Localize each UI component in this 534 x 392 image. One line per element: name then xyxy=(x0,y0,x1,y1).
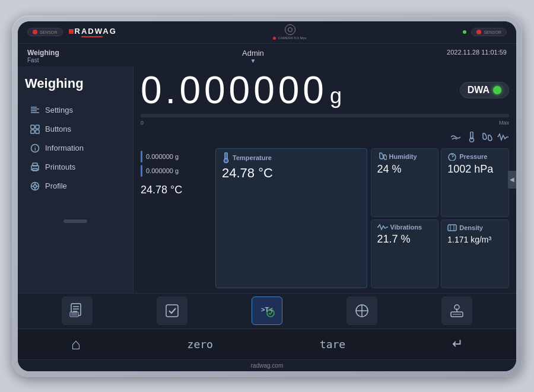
scale-bar xyxy=(141,114,509,117)
density-panel: Density 1.171 kg/m³ xyxy=(441,219,509,288)
left-sensor-badge: SENSOR xyxy=(27,28,63,36)
toolbar-docs-icon xyxy=(69,302,85,319)
nav-btn-zero[interactable]: zero xyxy=(173,334,227,354)
status-dots xyxy=(463,30,466,34)
humidity-label: Humidity xyxy=(389,153,417,160)
pressure-label: Pressure xyxy=(459,153,487,160)
pressure-panel: Pressure 1002 hPa xyxy=(441,148,509,217)
main-content: Weighing Fast Admin ▼ 2022.11.28 11:01:5… xyxy=(18,44,516,359)
dwa-active-dot xyxy=(493,86,501,94)
logo-text: RADWAG xyxy=(75,27,117,36)
sidebar-item-printouts[interactable]: Printouts xyxy=(25,158,126,177)
thermometer-icon xyxy=(468,132,476,142)
left-sensor-dot xyxy=(33,30,37,34)
svg-point-22 xyxy=(224,158,228,162)
pressure-header: Pressure xyxy=(447,152,503,161)
sub-value-1-row: 0.000000 g xyxy=(141,151,212,162)
right-sensor-panels: Humidity 24 % xyxy=(371,148,510,288)
header-left: Weighing Fast xyxy=(27,49,59,63)
weight-unit: g xyxy=(330,84,342,109)
zero-icon: zero xyxy=(187,338,213,350)
top-hardware-bar: SENSOR RADWAG CAMERA 8.0 Mpx xyxy=(18,21,516,44)
svg-rect-6 xyxy=(31,130,34,133)
droplets-icon xyxy=(481,132,492,142)
left-readings-panel: 0.000000 g 0.000000 g 24.78 °C xyxy=(141,148,212,288)
vibrations-header: Vibrations xyxy=(377,224,433,231)
pressure-icon xyxy=(447,152,457,161)
sidebar-item-settings[interactable]: Settings xyxy=(25,101,126,120)
header-subtitle: Fast xyxy=(27,57,59,63)
density-header: Density xyxy=(447,224,503,232)
header-datetime: 2022.11.28 11:01:59 xyxy=(447,49,507,56)
toolbar-btn-target[interactable]: >T< xyxy=(252,297,282,325)
camera-area: CAMERA 8.0 Mpx xyxy=(273,24,306,40)
humidity-icon xyxy=(377,152,387,161)
sidebar-profile-label: Profile xyxy=(45,181,67,190)
footer-url: radwag.com xyxy=(251,362,283,369)
toolbar-weight-icon xyxy=(449,302,465,319)
svg-text:i: i xyxy=(34,146,36,152)
header-title: Weighing xyxy=(27,49,59,57)
camera-icon xyxy=(285,24,295,35)
nav-btn-home[interactable]: ⌂ xyxy=(57,332,95,357)
weight-display-row: 0.000000 g DWA xyxy=(141,71,509,109)
svg-rect-28 xyxy=(448,225,456,231)
svg-rect-3 xyxy=(31,112,39,113)
density-label: Density xyxy=(459,224,483,231)
scale-max: Max xyxy=(499,120,509,126)
sub-value-1: 0.000000 g xyxy=(146,153,179,160)
humidity-panel: Humidity 24 % xyxy=(371,148,439,217)
density-icon xyxy=(447,224,457,232)
temperature-header: Temperature xyxy=(222,152,361,163)
humidity-value: 24 % xyxy=(377,163,402,175)
right-sensor-label: SENSOR xyxy=(484,30,501,34)
logo-underline xyxy=(81,36,103,37)
camera-status-dot xyxy=(273,37,276,40)
printouts-icon xyxy=(30,162,40,173)
sidebar: Weighing Settings xyxy=(18,66,134,293)
temp-local-display: 24.78 °C xyxy=(141,184,212,196)
toolbar-circle-icon xyxy=(354,302,370,319)
sidebar-printouts-label: Printouts xyxy=(45,162,75,171)
vibration-icon xyxy=(497,132,509,142)
density-value: 1.171 kg/m³ xyxy=(447,235,491,244)
toolbar-btn-circle[interactable] xyxy=(347,297,377,325)
temperature-label: Temperature xyxy=(233,154,272,161)
status-dot-green xyxy=(463,30,466,34)
sensor-icons-row xyxy=(141,132,509,142)
radwag-logo: RADWAG xyxy=(68,27,117,37)
sidebar-item-buttons[interactable]: Buttons xyxy=(25,120,126,139)
display-area: 0.000000 g DWA 0 Max xyxy=(134,66,516,293)
sidebar-settings-label: Settings xyxy=(45,106,73,114)
sidebar-buttons-label: Buttons xyxy=(45,125,71,133)
toolbar-btn-docs[interactable] xyxy=(62,297,93,325)
vibrations-value: 21.7 % xyxy=(377,233,411,245)
sub-value-2-row: 0.000000 g xyxy=(141,165,212,177)
humidity-header: Humidity xyxy=(377,152,433,161)
nav-btn-tare[interactable]: tare xyxy=(306,334,360,354)
thermometer-panel-icon xyxy=(222,152,230,163)
toolbar: >T< xyxy=(18,293,516,329)
svg-rect-5 xyxy=(36,125,39,129)
wind-icon xyxy=(450,132,463,142)
toolbar-btn-check[interactable] xyxy=(157,297,187,325)
vibrations-panel: Vibrations 21.7 % xyxy=(371,219,439,288)
top-bar-left: SENSOR RADWAG xyxy=(27,27,117,37)
header-chevron: ▼ xyxy=(250,58,256,64)
svg-rect-4 xyxy=(31,125,34,129)
toolbar-check-icon xyxy=(164,302,180,319)
sidebar-item-information[interactable]: i Information xyxy=(25,139,126,158)
body-area: Weighing Settings xyxy=(18,66,516,293)
toolbar-btn-weight[interactable] xyxy=(441,297,472,325)
scale-min: 0 xyxy=(141,120,144,126)
scroll-indicator[interactable]: ◀ xyxy=(508,171,516,189)
nav-btn-enter[interactable]: ↵ xyxy=(438,333,477,355)
sidebar-item-profile[interactable]: Profile xyxy=(25,177,126,196)
scale-labels: 0 Max xyxy=(141,120,509,126)
device-footer: radwag.com xyxy=(18,359,516,371)
buttons-icon xyxy=(30,124,40,135)
camera-label: CAMERA 8.0 Mpx xyxy=(278,36,306,40)
information-icon: i xyxy=(30,143,40,154)
dwa-badge: DWA xyxy=(460,82,509,98)
bottom-sensor-row: Vibrations 21.7 % xyxy=(371,219,510,288)
